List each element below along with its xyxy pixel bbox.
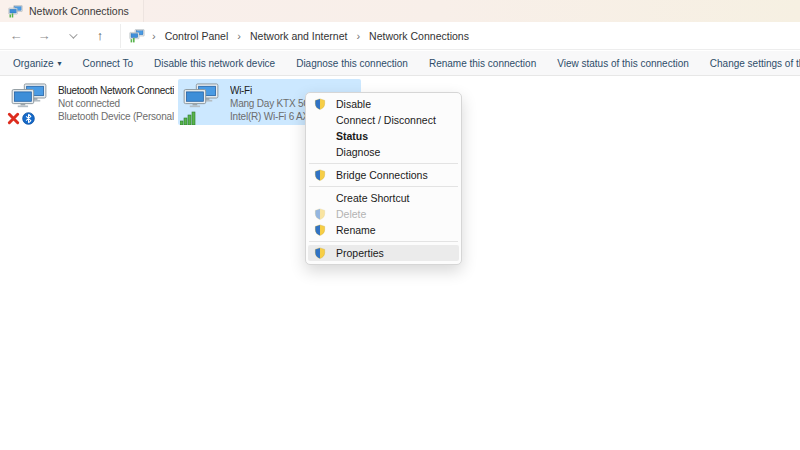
dropdown-caret-icon: ▾ (58, 59, 62, 68)
address-location-icon (129, 29, 145, 43)
organize-button[interactable]: Organize ▾ (13, 58, 62, 69)
back-button[interactable]: ← (4, 24, 28, 48)
disable-device-button[interactable]: Disable this network device (154, 58, 275, 69)
menu-item-rename[interactable]: Rename (308, 222, 459, 238)
breadcrumb-chevron: › (150, 30, 158, 42)
uac-shield-icon (314, 98, 336, 110)
uac-shield-icon (314, 169, 336, 181)
menu-item-properties[interactable]: Properties (308, 245, 459, 261)
wifi-connection-icon (182, 83, 224, 121)
menu-separator (309, 163, 458, 164)
organize-label: Organize (13, 58, 54, 69)
uac-shield-icon (314, 224, 336, 236)
change-settings-button[interactable]: Change settings of this connection (710, 58, 800, 69)
bluetooth-connection-icon (10, 83, 52, 121)
uac-shield-icon (314, 247, 336, 259)
connection-tile-bluetooth[interactable]: Bluetooth Network Connection Not connect… (6, 79, 176, 125)
address-bar[interactable]: › Control Panel › Network and Internet ›… (120, 24, 471, 48)
command-toolbar: Organize ▾ Connect To Disable this netwo… (0, 51, 800, 76)
bluetooth-badge-icon (22, 112, 35, 125)
menu-item-status[interactable]: Status (308, 128, 459, 144)
recent-locations-button[interactable] (60, 24, 84, 48)
forward-button[interactable]: → (32, 24, 56, 48)
connection-device: Intel(R) Wi-Fi 6 AX2 (230, 110, 316, 123)
breadcrumb-chevron: › (354, 30, 362, 42)
context-menu: Disable Connect / Disconnect Status Diag… (305, 92, 462, 265)
connection-device: Bluetooth Device (Personal Area ... (58, 110, 174, 123)
chevron-down-icon (69, 30, 77, 38)
breadcrumb-network-and-internet[interactable]: Network and Internet (248, 28, 349, 44)
breadcrumb-network-connections[interactable]: Network Connections (367, 28, 471, 44)
navigation-bar: ← → ↑ › Control Panel › Network and Inte… (0, 22, 800, 50)
rename-connection-button[interactable]: Rename this connection (429, 58, 536, 69)
menu-item-connect-disconnect[interactable]: Connect / Disconnect (308, 112, 459, 128)
menu-item-diagnose[interactable]: Diagnose (308, 144, 459, 160)
breadcrumb-control-panel[interactable]: Control Panel (163, 28, 231, 44)
view-status-button[interactable]: View status of this connection (557, 58, 689, 69)
menu-separator (309, 241, 458, 242)
connection-status: Mang Day KTX 5Gh (230, 97, 316, 110)
up-button[interactable]: ↑ (88, 24, 112, 48)
diagnose-connection-button[interactable]: Diagnose this connection (296, 58, 408, 69)
uac-shield-icon (314, 208, 336, 220)
menu-item-create-shortcut[interactable]: Create Shortcut (308, 190, 459, 206)
not-connected-x-icon (7, 112, 20, 125)
tab-title: Network Connections (29, 5, 129, 17)
explorer-tab[interactable]: Network Connections (0, 0, 144, 22)
connection-status: Not connected (58, 97, 174, 110)
connection-name: Bluetooth Network Connection (58, 84, 174, 97)
network-connections-icon (8, 5, 23, 18)
connection-name: Wi-Fi (230, 84, 316, 97)
signal-strength-icon (180, 111, 197, 125)
menu-separator (309, 186, 458, 187)
menu-item-delete: Delete (308, 206, 459, 222)
menu-item-bridge-connections[interactable]: Bridge Connections (308, 167, 459, 183)
connect-to-button[interactable]: Connect To (83, 58, 133, 69)
breadcrumb-chevron: › (235, 30, 243, 42)
titlebar: Network Connections (0, 0, 800, 22)
menu-item-disable[interactable]: Disable (308, 96, 459, 112)
